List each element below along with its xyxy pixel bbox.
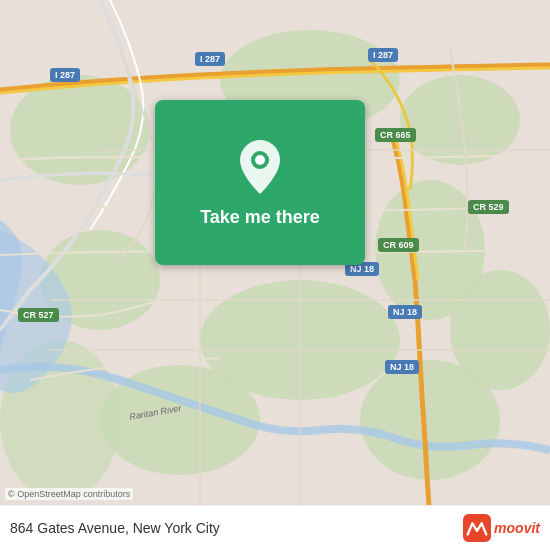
take-me-there-button[interactable]: Take me there <box>155 100 365 265</box>
road-label-nj18-3: NJ 18 <box>385 360 419 374</box>
svg-rect-13 <box>463 514 491 542</box>
road-label-cr527: CR 527 <box>18 308 59 322</box>
moovit-text: moovit <box>494 520 540 536</box>
copyright-text: © OpenStreetMap contributors <box>5 488 133 500</box>
road-label-cr609: CR 609 <box>378 238 419 252</box>
road-label-cr529: CR 529 <box>468 200 509 214</box>
moovit-icon <box>463 514 491 542</box>
svg-point-12 <box>255 155 265 165</box>
road-label-cr665: CR 665 <box>375 128 416 142</box>
road-label-i287-left: I 287 <box>50 68 80 82</box>
map-container: Raritan River I 287 I 287 I 287 CR 665 C… <box>0 0 550 550</box>
road-label-i287-right: I 287 <box>368 48 398 62</box>
road-label-nj18-2: NJ 18 <box>388 305 422 319</box>
address-label: 864 Gates Avenue, New York City <box>10 520 463 536</box>
svg-point-2 <box>400 75 520 165</box>
road-label-i287-center: I 287 <box>195 52 225 66</box>
take-me-there-label: Take me there <box>200 207 320 228</box>
location-pin-icon <box>235 137 285 197</box>
bottom-bar: 864 Gates Avenue, New York City moovit <box>0 505 550 550</box>
svg-point-8 <box>450 270 550 390</box>
moovit-logo: moovit <box>463 514 540 542</box>
